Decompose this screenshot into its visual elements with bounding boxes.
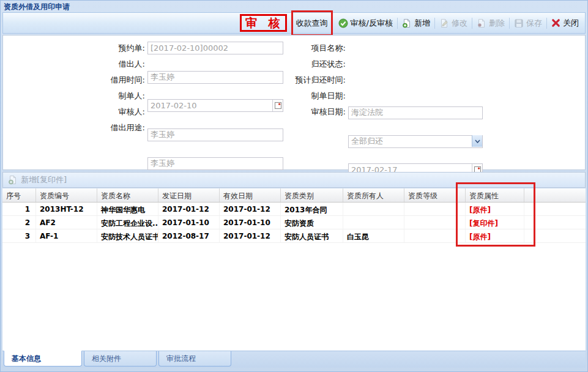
cell-filler xyxy=(524,203,586,215)
cell-owner xyxy=(343,216,404,229)
request-form-panel: 预约单: 借出人: 借用时间: 制单人: 审核人: 项目名称: 归还状态: xyxy=(2,35,586,170)
cell-seq: 1 xyxy=(2,203,36,215)
tab-label: 审批流程 xyxy=(166,354,196,364)
cell-seq: 2 xyxy=(2,216,36,229)
delete-icon xyxy=(477,18,486,28)
column-header-valid[interactable]: 有效日期 xyxy=(220,188,281,202)
auditor-input[interactable] xyxy=(147,157,283,170)
cell-owner xyxy=(343,203,404,215)
save-button[interactable]: 保存 xyxy=(514,18,542,29)
cell-attribute: [复印件] xyxy=(466,216,524,229)
edit-button[interactable]: 修改 xyxy=(439,18,467,29)
lender-label: 借出人: xyxy=(53,58,145,71)
save-label: 保存 xyxy=(526,18,542,29)
creator-input[interactable] xyxy=(147,128,283,141)
add-button[interactable]: 新增 xyxy=(402,18,430,29)
chevron-down-icon[interactable] xyxy=(472,135,482,147)
cell-code: AF2 xyxy=(36,216,97,229)
column-header-filler xyxy=(524,188,586,202)
cell-attribute: [原件] xyxy=(466,229,524,242)
toolbar-separator xyxy=(546,18,547,29)
cell-name: 安防工程企业设... xyxy=(97,216,158,229)
save-icon xyxy=(514,18,524,28)
cell-seq: 3 xyxy=(2,229,36,242)
close-icon xyxy=(551,18,560,28)
cell-grade xyxy=(404,203,466,215)
auditor-label: 审核人: xyxy=(53,105,145,119)
cell-attribute: [原件] xyxy=(466,203,524,215)
reservation-no-label: 预约单: xyxy=(53,42,145,55)
tab-attachments[interactable]: 相关附件 xyxy=(84,351,157,366)
table-row[interactable]: 2 AF2 安防工程企业设... 2017-01-10 2017-01-10 安… xyxy=(2,216,586,229)
tab-label: 基本信息 xyxy=(12,354,41,364)
cell-filler xyxy=(524,229,586,242)
application-window: 资质外借及用印申请 审 核 收款查询 审核/反审核 新增 修改 xyxy=(0,0,588,372)
cell-name: 神华国华惠电 xyxy=(97,203,158,215)
cell-category: 2013年合同 xyxy=(281,203,343,215)
column-header-seq[interactable]: 序号 xyxy=(2,188,36,202)
close-button[interactable]: 关闭 xyxy=(551,18,579,29)
column-header-owner[interactable]: 资质所有人 xyxy=(343,188,404,202)
audit-unaudit-label: 审核/反审核 xyxy=(351,18,393,29)
cell-issue: 2017-01-10 xyxy=(158,216,220,229)
cell-grade xyxy=(404,216,466,229)
add-copy-icon xyxy=(8,175,18,185)
payment-query-button[interactable]: 收款查询 xyxy=(291,10,333,36)
toolbar-separator xyxy=(509,18,510,29)
column-header-issue[interactable]: 发证日期 xyxy=(158,188,220,202)
return-status-select[interactable] xyxy=(348,135,483,148)
audit-date-label: 审核日期: xyxy=(254,105,346,119)
audit-unaudit-button[interactable]: 审核/反审核 xyxy=(338,18,393,29)
delete-label: 删除 xyxy=(489,18,505,29)
cell-issue: 2017-01-12 xyxy=(158,203,220,215)
toolbar-separator xyxy=(472,18,472,29)
tab-label: 相关附件 xyxy=(92,354,121,364)
column-header-name[interactable]: 资质名称 xyxy=(97,188,158,202)
cell-valid: 2017-01-12 xyxy=(220,203,281,215)
cell-issue: 2012-08-17 xyxy=(158,229,220,242)
column-header-grade[interactable]: 资质等级 xyxy=(404,188,466,202)
main-toolbar: 审 核 收款查询 审核/反审核 新增 修改 删除 xyxy=(2,12,586,34)
cell-filler xyxy=(524,216,586,229)
project-name-label: 项目名称: xyxy=(254,42,346,55)
cell-category: 安防人员证书 xyxy=(281,229,343,242)
toolbar-separator xyxy=(434,18,435,29)
cell-code: AF-1 xyxy=(36,229,97,242)
creator-label: 制单人: xyxy=(53,89,145,103)
cell-owner: 白玉昆 xyxy=(343,229,404,242)
column-header-category[interactable]: 资质类别 xyxy=(281,188,343,202)
table-row[interactable]: 3 AF-1 安防技术人员证书 2012-08-17 2017-01-12 安防… xyxy=(2,229,586,243)
approved-stamp: 审 核 xyxy=(240,14,287,32)
add-label: 新增 xyxy=(414,18,430,29)
cell-grade xyxy=(404,229,466,242)
cell-category: 安防资质 xyxy=(281,216,343,229)
cell-code: 2013HT-12 xyxy=(36,203,97,215)
purpose-label: 借出用途: xyxy=(53,121,145,135)
payment-query-label: 收款查询 xyxy=(296,18,328,28)
grid-header-row: 序号 资质编号 资质名称 发证日期 有效日期 资质类别 资质所有人 资质等级 资… xyxy=(2,188,586,203)
table-row[interactable]: 1 2013HT-12 神华国华惠电 2017-01-12 2017-01-12… xyxy=(2,203,586,216)
cell-valid: 2017-01-10 xyxy=(220,216,281,229)
cell-name: 安防技术人员证书 xyxy=(97,229,158,242)
tab-basic-info[interactable]: 基本信息 xyxy=(4,351,82,366)
column-header-code[interactable]: 资质编号 xyxy=(36,188,97,202)
add-copy-button[interactable]: 新增[复印件] xyxy=(21,174,67,185)
edit-icon xyxy=(439,18,449,28)
grid-toolbar: 新增[复印件] xyxy=(2,172,586,188)
approve-icon xyxy=(338,18,348,28)
edit-label: 修改 xyxy=(452,18,467,29)
return-status-label: 归还状态: xyxy=(254,58,346,71)
close-label: 关闭 xyxy=(563,18,579,29)
delete-button[interactable]: 删除 xyxy=(477,18,505,29)
column-header-attribute[interactable]: 资质属性 xyxy=(466,188,524,202)
expected-return-label: 预计归还时间: xyxy=(254,73,346,87)
qualification-grid: 序号 资质编号 资质名称 发证日期 有效日期 资质类别 资质所有人 资质等级 资… xyxy=(2,188,586,351)
borrow-date-label: 借用时间: xyxy=(53,73,145,87)
create-date-label: 制单日期: xyxy=(254,89,346,103)
toolbar-separator xyxy=(397,18,398,29)
add-icon xyxy=(402,18,412,28)
project-name-input[interactable] xyxy=(348,106,483,119)
bottom-tabstrip: 基本信息 相关附件 审批流程 xyxy=(2,351,586,368)
cell-valid: 2017-01-12 xyxy=(220,229,281,242)
tab-approval-flow[interactable]: 审批流程 xyxy=(158,351,231,366)
